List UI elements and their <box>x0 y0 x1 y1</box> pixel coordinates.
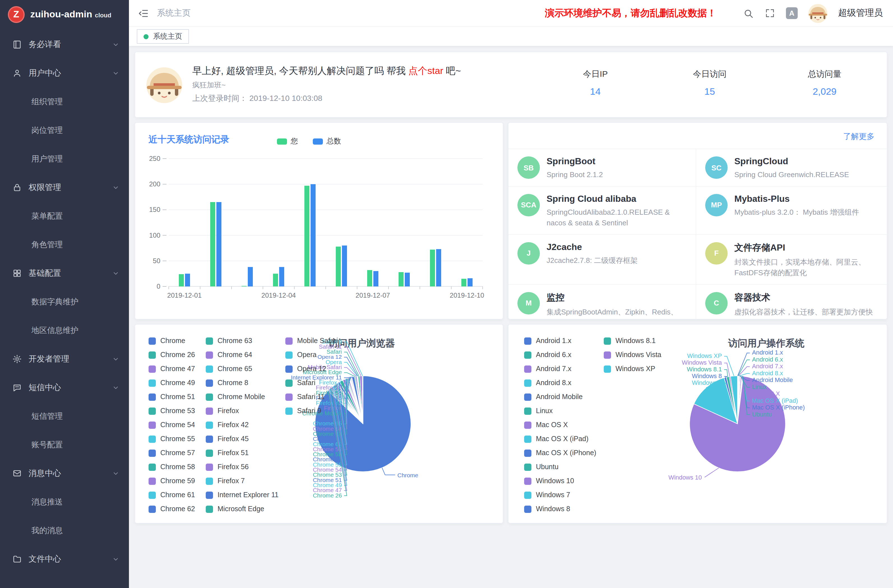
menu-fold-button[interactable] <box>138 8 149 19</box>
sidebar-item-[interactable]: 基础配置 <box>0 259 129 287</box>
search-icon[interactable] <box>743 8 754 19</box>
sidebar-item-[interactable]: 文件中心 <box>0 545 129 573</box>
browser-legend-chrome-53[interactable]: Chrome 53 <box>149 407 195 415</box>
bar--2019-12-05[interactable] <box>304 186 310 286</box>
browser-legend-chrome-64[interactable]: Chrome 64 <box>206 351 279 359</box>
browser-legend-chrome-8[interactable]: Chrome 8 <box>206 379 279 387</box>
browser-legend-firefox-45[interactable]: Firefox 45 <box>206 435 279 443</box>
browser-legend-chrome-61[interactable]: Chrome 61 <box>149 491 195 499</box>
os-legend-windows-vista[interactable]: Windows Vista <box>604 351 661 359</box>
sidebar-item-[interactable]: 消息中心 <box>0 459 129 488</box>
os-legend-mac-os-x-iphone[interactable]: Mac OS X (iPhone) <box>524 449 596 457</box>
sidebar-subitem-[interactable]: 我的消息 <box>0 516 129 545</box>
browser-legend-firefox[interactable]: Firefox <box>206 407 279 415</box>
browser-legend-safari-9[interactable]: Safari 9 <box>285 407 338 415</box>
bar--2019-12-06[interactable] <box>336 247 341 286</box>
browser-legend-chrome-65[interactable]: Chrome 65 <box>206 365 279 373</box>
bar--2019-12-07[interactable] <box>367 270 372 286</box>
os-legend-windows-7[interactable]: Windows 7 <box>524 491 596 499</box>
bar--2019-12-03[interactable] <box>242 286 247 286</box>
browser-legend-firefox-7[interactable]: Firefox 7 <box>206 477 279 485</box>
bar--2019-12-08[interactable] <box>405 273 410 286</box>
bar--2019-12-10[interactable] <box>468 278 472 286</box>
sidebar-item-[interactable]: 开发者管理 <box>0 345 129 373</box>
star-link[interactable]: 点个star <box>408 66 443 76</box>
os-legend-windows-10[interactable]: Windows 10 <box>524 477 596 485</box>
browser-legend-firefox-51[interactable]: Firefox 51 <box>206 449 279 457</box>
fullscreen-icon[interactable] <box>765 8 775 18</box>
bar--2019-12-04[interactable] <box>279 267 284 286</box>
browser-legend-opera-12[interactable]: Opera 12 <box>285 365 338 373</box>
browser-legend-chrome-63[interactable]: Chrome 63 <box>206 337 279 345</box>
sidebar-item-[interactable]: 权限管理 <box>0 173 129 202</box>
os-legend-linux[interactable]: Linux <box>524 407 596 415</box>
os-legend-windows-8[interactable]: Windows 8 <box>524 505 596 513</box>
os-legend-android-1-x[interactable]: Android 1.x <box>524 337 596 345</box>
browser-legend-chrome-49[interactable]: Chrome 49 <box>149 379 195 387</box>
bar--2019-12-04[interactable] <box>273 274 278 286</box>
sidebar-subitem-[interactable]: 用户管理 <box>0 144 129 173</box>
browser-legend-chrome[interactable]: Chrome <box>149 337 195 345</box>
pie-label: Windows 8 <box>692 373 722 379</box>
bar--2019-12-07[interactable] <box>373 271 378 286</box>
browser-legend-chrome-47[interactable]: Chrome 47 <box>149 365 195 373</box>
browser-legend-chrome-62[interactable]: Chrome 62 <box>149 505 195 513</box>
sidebar-item-[interactable]: 务必详看 <box>0 30 129 59</box>
browser-legend-chrome-55[interactable]: Chrome 55 <box>149 435 195 443</box>
browser-legend-chrome-59[interactable]: Chrome 59 <box>149 477 195 485</box>
browser-legend-safari-11[interactable]: Safari 11 <box>285 393 338 401</box>
browser-legend-firefox-42[interactable]: Firefox 42 <box>206 421 279 429</box>
os-legend-android-8-x[interactable]: Android 8.x <box>524 379 596 387</box>
user-avatar[interactable] <box>808 4 827 23</box>
browser-legend-mobile-safari[interactable]: Mobile Safari <box>285 337 338 345</box>
sidebar-subitem-[interactable]: 数据字典维护 <box>0 287 129 316</box>
sidebar-subitem-[interactable]: 消息推送 <box>0 488 129 516</box>
sidebar-subitem-[interactable]: 菜单配置 <box>0 202 129 230</box>
browser-legend-microsoft-edge[interactable]: Microsoft Edge <box>206 505 279 513</box>
sidebar-subitem-[interactable]: 短信管理 <box>0 402 129 430</box>
breadcrumb[interactable]: 系统主页 <box>157 8 191 18</box>
browser-legend-opera[interactable]: Opera <box>285 351 338 359</box>
bar--2019-12-02[interactable] <box>210 202 215 286</box>
browser-legend-chrome-mobile[interactable]: Chrome Mobile <box>206 393 279 401</box>
sidebar-item-[interactable]: 短信中心 <box>0 373 129 402</box>
browser-legend-chrome-57[interactable]: Chrome 57 <box>149 449 195 457</box>
os-legend-mac-os-x[interactable]: Mac OS X <box>524 421 596 429</box>
os-legend-android-7-x[interactable]: Android 7.x <box>524 365 596 373</box>
os-legend-android-mobile[interactable]: Android Mobile <box>524 393 596 401</box>
sidebar-item-[interactable]: 用户中心 <box>0 59 129 87</box>
sidebar-subitem-[interactable]: 地区信息维护 <box>0 316 129 345</box>
learn-more-link[interactable]: 了解更多 <box>843 132 875 142</box>
bar--2019-12-06[interactable] <box>342 245 347 286</box>
sidebar-subitem-[interactable]: 角色管理 <box>0 230 129 259</box>
browser-legend-safari[interactable]: Safari <box>285 379 338 387</box>
bar--2019-12-09[interactable] <box>436 249 441 286</box>
os-legend-mac-os-x-ipad[interactable]: Mac OS X (iPad) <box>524 435 596 443</box>
username[interactable]: 超级管理员 <box>838 7 883 19</box>
bar--2019-12-05[interactable] <box>311 184 316 286</box>
feature-desc: 封装文件接口，实现本地存储、阿里云、FastDFS存储的配置化 <box>734 256 877 278</box>
app-logo[interactable]: Z zuihou-admin cloud <box>0 0 129 29</box>
bar--2019-12-01[interactable] <box>185 274 190 286</box>
sidebar-subitem-[interactable]: 组织管理 <box>0 87 129 116</box>
browser-legend-internet-explorer-11[interactable]: Internet Explorer 11 <box>206 491 279 499</box>
bar--2019-12-03[interactable] <box>248 267 253 286</box>
font-size-icon[interactable]: A <box>786 7 798 19</box>
sidebar-subitem-[interactable]: 账号配置 <box>0 430 129 459</box>
browser-legend-chrome-58[interactable]: Chrome 58 <box>149 463 195 471</box>
bar--2019-12-08[interactable] <box>398 272 404 286</box>
bar--2019-12-10[interactable] <box>462 279 466 286</box>
os-legend-windows-8-1[interactable]: Windows 8.1 <box>604 337 661 345</box>
os-legend-ubuntu[interactable]: Ubuntu <box>524 463 596 471</box>
os-legend-android-6-x[interactable]: Android 6.x <box>524 351 596 359</box>
bar--2019-12-09[interactable] <box>430 250 435 286</box>
bar--2019-12-01[interactable] <box>179 274 184 286</box>
browser-legend-chrome-26[interactable]: Chrome 26 <box>149 351 195 359</box>
sidebar-subitem-[interactable]: 岗位管理 <box>0 116 129 144</box>
browser-legend-firefox-56[interactable]: Firefox 56 <box>206 463 279 471</box>
tab-home[interactable]: 系统主页 <box>137 29 189 44</box>
browser-legend-chrome-54[interactable]: Chrome 54 <box>149 421 195 429</box>
browser-legend-chrome-51[interactable]: Chrome 51 <box>149 393 195 401</box>
os-legend-windows-xp[interactable]: Windows XP <box>604 365 661 373</box>
bar--2019-12-02[interactable] <box>216 202 221 286</box>
